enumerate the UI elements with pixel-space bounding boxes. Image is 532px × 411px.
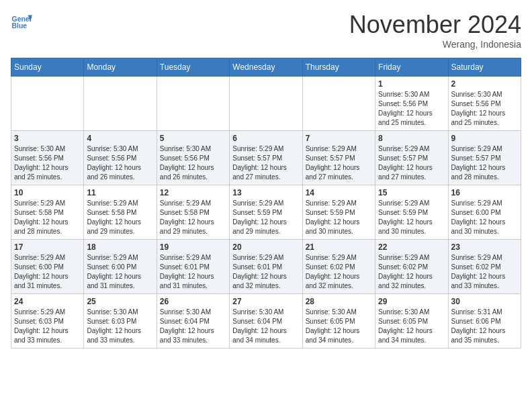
day-number: 19: [160, 242, 226, 252]
day-info: Sunrise: 5:29 AM Sunset: 6:01 PM Dayligh…: [160, 253, 226, 291]
calendar-cell: 28Sunrise: 5:30 AM Sunset: 6:05 PM Dayli…: [302, 294, 375, 349]
day-info: Sunrise: 5:29 AM Sunset: 6:02 PM Dayligh…: [306, 253, 372, 291]
day-number: 29: [378, 297, 445, 306]
day-number: 28: [306, 297, 372, 306]
week-row-2: 3Sunrise: 5:30 AM Sunset: 5:56 PM Daylig…: [11, 131, 521, 185]
weekday-header-row: SundayMondayTuesdayWednesdayThursdayFrid…: [11, 58, 521, 77]
day-number: 15: [378, 188, 445, 197]
day-info: Sunrise: 5:29 AM Sunset: 6:00 PM Dayligh…: [14, 253, 81, 291]
calendar-cell: 4Sunrise: 5:30 AM Sunset: 5:56 PM Daylig…: [84, 131, 157, 185]
day-info: Sunrise: 5:30 AM Sunset: 6:04 PM Dayligh…: [160, 308, 226, 345]
day-info: Sunrise: 5:30 AM Sunset: 5:56 PM Dayligh…: [87, 144, 153, 182]
calendar-cell: 3Sunrise: 5:30 AM Sunset: 5:56 PM Daylig…: [11, 131, 84, 185]
day-number: 21: [306, 242, 372, 252]
title-block: November 2024 Werang, Indonesia: [349, 11, 521, 50]
calendar-cell: 10Sunrise: 5:29 AM Sunset: 5:58 PM Dayli…: [11, 185, 84, 240]
day-number: 5: [160, 134, 226, 143]
day-info: Sunrise: 5:30 AM Sunset: 6:04 PM Dayligh…: [232, 308, 299, 345]
week-row-5: 24Sunrise: 5:29 AM Sunset: 6:03 PM Dayli…: [11, 294, 521, 349]
day-number: 16: [451, 188, 518, 197]
day-info: Sunrise: 5:29 AM Sunset: 5:57 PM Dayligh…: [232, 144, 299, 182]
weekday-header-wednesday: Wednesday: [230, 58, 302, 77]
weekday-header-monday: Monday: [84, 58, 157, 77]
day-info: Sunrise: 5:29 AM Sunset: 6:02 PM Dayligh…: [451, 253, 518, 291]
calendar-cell: 7Sunrise: 5:29 AM Sunset: 5:57 PM Daylig…: [302, 131, 375, 185]
day-info: Sunrise: 5:30 AM Sunset: 5:56 PM Dayligh…: [160, 144, 226, 182]
day-number: 22: [378, 242, 445, 252]
calendar-cell: 1Sunrise: 5:30 AM Sunset: 5:56 PM Daylig…: [375, 77, 448, 131]
day-info: Sunrise: 5:29 AM Sunset: 5:57 PM Dayligh…: [451, 144, 518, 182]
day-number: 25: [87, 297, 153, 306]
calendar-cell: 18Sunrise: 5:29 AM Sunset: 6:00 PM Dayli…: [84, 240, 157, 294]
day-number: 13: [232, 188, 299, 197]
calendar-cell: [230, 77, 302, 131]
calendar-cell: [84, 77, 157, 131]
calendar-cell: 5Sunrise: 5:30 AM Sunset: 5:56 PM Daylig…: [157, 131, 229, 185]
calendar-cell: [302, 77, 375, 131]
day-number: 11: [87, 188, 153, 197]
day-number: 8: [378, 134, 445, 143]
calendar-cell: 26Sunrise: 5:30 AM Sunset: 6:04 PM Dayli…: [157, 294, 229, 349]
day-info: Sunrise: 5:30 AM Sunset: 5:56 PM Dayligh…: [451, 90, 518, 128]
day-info: Sunrise: 5:29 AM Sunset: 5:59 PM Dayligh…: [378, 199, 445, 236]
weekday-header-thursday: Thursday: [302, 58, 375, 77]
day-number: 24: [14, 297, 81, 306]
day-number: 6: [232, 134, 299, 143]
day-info: Sunrise: 5:29 AM Sunset: 6:00 PM Dayligh…: [87, 253, 153, 291]
calendar-cell: 8Sunrise: 5:29 AM Sunset: 5:57 PM Daylig…: [375, 131, 448, 185]
day-number: 30: [451, 297, 518, 306]
logo-icon: General Blue: [11, 11, 32, 32]
day-info: Sunrise: 5:30 AM Sunset: 6:03 PM Dayligh…: [87, 308, 153, 345]
week-row-4: 17Sunrise: 5:29 AM Sunset: 6:00 PM Dayli…: [11, 240, 521, 294]
day-number: 23: [451, 242, 518, 252]
day-info: Sunrise: 5:30 AM Sunset: 6:05 PM Dayligh…: [306, 308, 372, 345]
weekday-header-sunday: Sunday: [11, 58, 84, 77]
day-number: 17: [14, 242, 81, 252]
day-info: Sunrise: 5:29 AM Sunset: 5:59 PM Dayligh…: [306, 199, 372, 236]
calendar-cell: [157, 77, 229, 131]
day-info: Sunrise: 5:29 AM Sunset: 5:57 PM Dayligh…: [306, 144, 372, 182]
day-number: 20: [232, 242, 299, 252]
day-info: Sunrise: 5:29 AM Sunset: 5:58 PM Dayligh…: [160, 199, 226, 236]
weekday-header-tuesday: Tuesday: [157, 58, 229, 77]
day-number: 18: [87, 242, 153, 252]
day-info: Sunrise: 5:29 AM Sunset: 5:57 PM Dayligh…: [378, 144, 445, 182]
week-row-3: 10Sunrise: 5:29 AM Sunset: 5:58 PM Dayli…: [11, 185, 521, 240]
day-info: Sunrise: 5:29 AM Sunset: 6:02 PM Dayligh…: [378, 253, 445, 291]
calendar-cell: 15Sunrise: 5:29 AM Sunset: 5:59 PM Dayli…: [375, 185, 448, 240]
day-number: 1: [378, 79, 445, 89]
day-info: Sunrise: 5:29 AM Sunset: 5:58 PM Dayligh…: [87, 199, 153, 236]
logo: General Blue: [11, 11, 32, 32]
day-info: Sunrise: 5:30 AM Sunset: 5:56 PM Dayligh…: [14, 144, 81, 182]
calendar-cell: 9Sunrise: 5:29 AM Sunset: 5:57 PM Daylig…: [448, 131, 521, 185]
month-title: November 2024: [349, 11, 521, 39]
calendar-cell: 6Sunrise: 5:29 AM Sunset: 5:57 PM Daylig…: [230, 131, 302, 185]
calendar-cell: 19Sunrise: 5:29 AM Sunset: 6:01 PM Dayli…: [157, 240, 229, 294]
calendar-cell: 22Sunrise: 5:29 AM Sunset: 6:02 PM Dayli…: [375, 240, 448, 294]
calendar-cell: 2Sunrise: 5:30 AM Sunset: 5:56 PM Daylig…: [448, 77, 521, 131]
day-number: 26: [160, 297, 226, 306]
svg-text:Blue: Blue: [12, 22, 28, 30]
calendar-table: SundayMondayTuesdayWednesdayThursdayFrid…: [11, 58, 521, 349]
day-number: 10: [14, 188, 81, 197]
day-info: Sunrise: 5:30 AM Sunset: 5:56 PM Dayligh…: [378, 90, 445, 128]
calendar-cell: 13Sunrise: 5:29 AM Sunset: 5:59 PM Dayli…: [230, 185, 302, 240]
calendar-cell: 17Sunrise: 5:29 AM Sunset: 6:00 PM Dayli…: [11, 240, 84, 294]
calendar-cell: 21Sunrise: 5:29 AM Sunset: 6:02 PM Dayli…: [302, 240, 375, 294]
day-info: Sunrise: 5:29 AM Sunset: 5:59 PM Dayligh…: [232, 199, 299, 236]
calendar-cell: 24Sunrise: 5:29 AM Sunset: 6:03 PM Dayli…: [11, 294, 84, 349]
day-info: Sunrise: 5:29 AM Sunset: 6:03 PM Dayligh…: [14, 308, 81, 345]
calendar-cell: 11Sunrise: 5:29 AM Sunset: 5:58 PM Dayli…: [84, 185, 157, 240]
calendar-cell: 16Sunrise: 5:29 AM Sunset: 6:00 PM Dayli…: [448, 185, 521, 240]
calendar-cell: 29Sunrise: 5:30 AM Sunset: 6:05 PM Dayli…: [375, 294, 448, 349]
day-info: Sunrise: 5:30 AM Sunset: 6:05 PM Dayligh…: [378, 308, 445, 345]
calendar-cell: 14Sunrise: 5:29 AM Sunset: 5:59 PM Dayli…: [302, 185, 375, 240]
day-number: 7: [306, 134, 372, 143]
calendar-cell: 25Sunrise: 5:30 AM Sunset: 6:03 PM Dayli…: [84, 294, 157, 349]
location: Werang, Indonesia: [349, 39, 521, 50]
calendar-cell: 12Sunrise: 5:29 AM Sunset: 5:58 PM Dayli…: [157, 185, 229, 240]
weekday-header-saturday: Saturday: [448, 58, 521, 77]
calendar-cell: 27Sunrise: 5:30 AM Sunset: 6:04 PM Dayli…: [230, 294, 302, 349]
day-info: Sunrise: 5:29 AM Sunset: 5:58 PM Dayligh…: [14, 199, 81, 236]
day-info: Sunrise: 5:29 AM Sunset: 6:01 PM Dayligh…: [232, 253, 299, 291]
